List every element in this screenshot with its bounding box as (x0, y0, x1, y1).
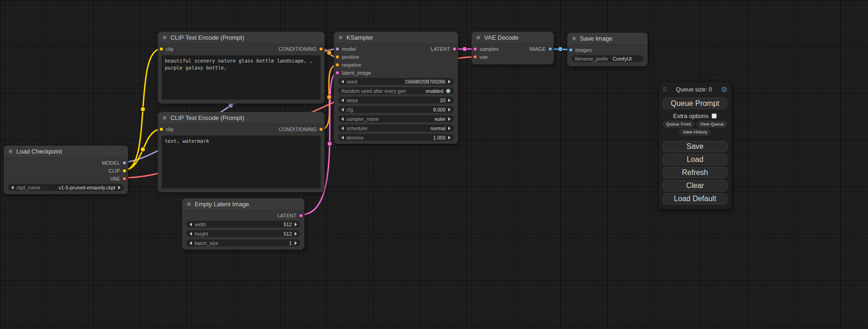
increment-arrow-icon[interactable] (448, 80, 451, 84)
node-clip-text-encode-positive[interactable]: CLIP Text Encode (Prompt) clip CONDITION… (158, 32, 325, 104)
collapse-dot-icon[interactable] (162, 116, 167, 120)
random-seed-widget[interactable]: Random seed after every gen enabled (338, 87, 454, 94)
node-title-bar[interactable]: Save Image (567, 33, 648, 45)
node-save-image[interactable]: Save Image images filename_prefix ComfyU… (567, 33, 648, 66)
positive-input-dot[interactable] (335, 55, 339, 59)
collapse-dot-icon[interactable] (339, 35, 343, 40)
clip-input-dot[interactable] (159, 47, 163, 51)
filename-prefix-widget[interactable]: filename_prefix ComfyUI (572, 55, 643, 62)
output-slot-vae[interactable]: VAE (4, 175, 128, 182)
seed-widget[interactable]: seed 156680208700286 (338, 78, 454, 85)
queue-front-button[interactable]: Queue Front (663, 121, 694, 127)
node-title-bar[interactable]: Load Checkpoint (4, 146, 128, 158)
output-slot-clip[interactable]: CLIP (4, 167, 128, 175)
increment-arrow-icon[interactable] (295, 241, 297, 245)
denoise-widget[interactable]: denoise 1.000 (338, 134, 454, 141)
model-slot-dot[interactable] (122, 161, 127, 165)
collapse-dot-icon[interactable] (162, 35, 167, 40)
decrement-arrow-icon[interactable] (341, 136, 344, 140)
clip-input-dot[interactable] (159, 127, 163, 131)
prev-arrow-icon[interactable] (11, 186, 14, 189)
batch-size-widget[interactable]: batch_size 1 (186, 239, 300, 246)
decrement-arrow-icon[interactable] (341, 98, 344, 102)
next-arrow-icon[interactable] (448, 126, 451, 130)
clip-slot-dot[interactable] (122, 168, 127, 173)
increment-arrow-icon[interactable] (448, 108, 451, 112)
node-ksampler[interactable]: KSampler LATENT model positive negative … (334, 32, 458, 144)
increment-arrow-icon[interactable] (448, 136, 451, 140)
scheduler-widget[interactable]: scheduler normal (338, 125, 454, 132)
prompt-textarea[interactable]: beautiful scenery nature glass bottle la… (162, 55, 321, 100)
widget-value: normal (430, 126, 445, 131)
refresh-button[interactable]: Refresh (663, 167, 727, 178)
link-dot (141, 107, 145, 112)
sampler-name-widget[interactable]: sampler_name euler (338, 115, 454, 122)
input-slot-vae[interactable]: vae (472, 53, 554, 61)
node-title-bar[interactable]: Empty Latent Image (182, 198, 304, 210)
node-clip-text-encode-negative[interactable]: CLIP Text Encode (Prompt) clip CONDITION… (158, 112, 325, 192)
input-slot-model[interactable]: model (334, 45, 458, 53)
decrement-arrow-icon[interactable] (190, 232, 192, 236)
decrement-arrow-icon[interactable] (190, 241, 192, 245)
images-input-dot[interactable] (569, 48, 573, 52)
settings-gear-icon[interactable]: ⚙ (721, 85, 727, 94)
collapse-dot-icon[interactable] (187, 202, 191, 206)
graph-canvas[interactable]: Load Checkpoint MODEL CLIP VAE ckpt_name… (0, 0, 868, 329)
conditioning-output-dot[interactable] (319, 127, 323, 131)
next-arrow-icon[interactable] (118, 186, 120, 189)
collapse-dot-icon[interactable] (476, 35, 480, 40)
vae-input-dot[interactable] (473, 55, 477, 59)
toggle-dot-icon[interactable] (446, 89, 451, 93)
prev-arrow-icon[interactable] (341, 117, 344, 121)
view-queue-button[interactable]: View Queue (697, 121, 727, 127)
save-button[interactable]: Save (663, 141, 727, 152)
menu-header: ⠿ Queue size: 0 ⚙ (663, 85, 727, 94)
decrement-arrow-icon[interactable] (341, 108, 344, 112)
output-slot-latent[interactable]: LATENT (182, 211, 304, 219)
drag-handle-icon[interactable]: ⠿ (663, 86, 667, 93)
node-title-bar[interactable]: VAE Decode (472, 32, 554, 44)
collapse-dot-icon[interactable] (8, 149, 13, 154)
collapse-dot-icon[interactable] (572, 36, 576, 41)
input-slot-images[interactable]: images (567, 46, 648, 54)
input-slot-positive[interactable]: positive (334, 53, 458, 61)
wire-clip-positive (125, 49, 161, 170)
output-slot-model[interactable]: MODEL (4, 159, 128, 167)
cfg-widget[interactable]: cfg 8.000 (338, 106, 454, 113)
increment-arrow-icon[interactable] (295, 232, 297, 236)
load-default-button[interactable]: Load Default (663, 193, 727, 204)
input-slot-latent-image[interactable]: latent_image (334, 69, 458, 77)
decrement-arrow-icon[interactable] (190, 223, 192, 226)
queue-prompt-button[interactable]: Queue Prompt (663, 98, 727, 109)
node-empty-latent-image[interactable]: Empty Latent Image LATENT width 512 heig… (182, 198, 304, 250)
prompt-textarea[interactable]: text, watermark (162, 135, 321, 189)
negative-input-dot[interactable] (335, 63, 339, 67)
increment-arrow-icon[interactable] (448, 98, 451, 102)
decrement-arrow-icon[interactable] (341, 80, 344, 84)
view-history-button[interactable]: View History (679, 129, 711, 135)
input-slot-negative[interactable]: negative (334, 61, 458, 69)
prev-arrow-icon[interactable] (341, 126, 344, 130)
conditioning-output-dot[interactable] (319, 47, 323, 51)
height-widget[interactable]: height 512 (186, 230, 300, 237)
queue-size-label: Queue size: 0 (667, 86, 721, 93)
latent-image-input-dot[interactable] (335, 70, 339, 75)
model-input-dot[interactable] (335, 47, 339, 51)
next-arrow-icon[interactable] (448, 117, 451, 121)
clear-button[interactable]: Clear (663, 180, 727, 191)
increment-arrow-icon[interactable] (295, 223, 297, 226)
node-title-bar[interactable]: KSampler (334, 32, 458, 44)
width-widget[interactable]: width 512 (186, 221, 300, 228)
samples-input-dot[interactable] (473, 47, 477, 51)
node-title-bar[interactable]: CLIP Text Encode (Prompt) (158, 32, 325, 44)
ckpt-name-widget[interactable]: ckpt_name v1-5-pruned-emaonly.ckpt (8, 184, 124, 191)
vae-slot-dot[interactable] (122, 176, 127, 181)
node-load-checkpoint[interactable]: Load Checkpoint MODEL CLIP VAE ckpt_name… (4, 146, 128, 194)
node-vae-decode[interactable]: VAE Decode IMAGE samples vae (472, 32, 554, 64)
latent-slot-dot[interactable] (299, 213, 303, 217)
steps-widget[interactable]: steps 20 (338, 97, 454, 104)
input-slot-samples[interactable]: samples (472, 45, 554, 53)
extra-options-checkbox[interactable] (712, 113, 717, 119)
node-title-bar[interactable]: CLIP Text Encode (Prompt) (158, 112, 325, 124)
load-button[interactable]: Load (663, 154, 727, 165)
